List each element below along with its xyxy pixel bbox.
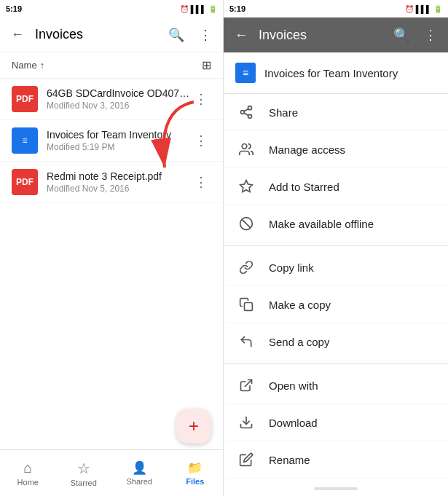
menu-item-add-to-starred[interactable]: Add to Starred xyxy=(224,168,448,205)
file-info-1: 64GB SDCardInvoice OD40733694235... Modi… xyxy=(47,87,191,111)
files-icon: 📁 xyxy=(187,460,203,476)
file-more-3[interactable]: ⋮ xyxy=(191,172,211,192)
menu-label-make-copy: Make a copy xyxy=(269,299,331,311)
left-status-time: 5:19 xyxy=(6,4,22,13)
right-status-bar: 5:19 ⏰ ▌▌▌ 🔋 xyxy=(224,0,448,17)
menu-label-open-with: Open with xyxy=(269,379,318,392)
nav-starred[interactable]: ☆ Starred xyxy=(56,454,112,493)
menu-label-download: Download xyxy=(269,417,318,429)
left-top-bar: ← Invoices 🔍 ⋮ xyxy=(0,17,223,52)
home-icon: ⌂ xyxy=(23,460,32,476)
context-menu-header: ≡ Invoices for Team Inventory xyxy=(224,52,448,94)
menu-divider-2 xyxy=(224,363,448,364)
nav-starred-label: Starred xyxy=(71,479,97,487)
open-with-icon xyxy=(238,377,254,393)
right-status-icons: ⏰ ▌▌▌ 🔋 xyxy=(405,5,442,13)
context-file-title: Invoices for Team Inventory xyxy=(264,67,398,79)
menu-item-manage-access[interactable]: Manage access xyxy=(224,131,448,168)
doc-icon-2: ≡ xyxy=(12,127,38,154)
svg-line-9 xyxy=(242,219,251,228)
left-panel: 5:19 ⏰ ▌▌▌ 🔋 ← Invoices 🔍 ⋮ Name ↑ ⊞ PDF… xyxy=(0,0,224,496)
right-panel: 5:19 ⏰ ▌▌▌ 🔋 ← Invoices 🔍 ⋮ ≡ Invoices f… xyxy=(224,0,448,496)
file-name-2: Invoices for Team Inventory xyxy=(47,129,191,141)
nav-shared[interactable]: 👤 Shared xyxy=(111,454,168,492)
menu-item-open-with[interactable]: Open with xyxy=(224,367,448,404)
nav-home-label: Home xyxy=(17,478,39,487)
menu-label-rename: Rename xyxy=(269,454,310,466)
svg-point-6 xyxy=(242,144,247,149)
file-info-2: Invoices for Team Inventory Modified 5:1… xyxy=(47,129,191,152)
pdf-icon-3: PDF xyxy=(12,169,38,195)
file-item-1[interactable]: PDF 64GB SDCardInvoice OD40733694235... … xyxy=(0,79,223,120)
svg-line-4 xyxy=(244,113,248,115)
context-file-icon: ≡ xyxy=(235,63,256,83)
svg-line-11 xyxy=(245,380,251,387)
file-list: PDF 64GB SDCardInvoice OD40733694235... … xyxy=(0,79,223,449)
send-icon xyxy=(238,334,254,350)
file-more-1[interactable]: ⋮ xyxy=(191,89,211,109)
file-meta-1: Modified Nov 3, 2016 xyxy=(47,101,191,111)
right-search-button[interactable]: 🔍 xyxy=(390,23,413,47)
battery-icon: 🔋 xyxy=(208,5,217,13)
right-signal-icon: ▌▌▌ xyxy=(416,5,431,13)
right-battery-icon: 🔋 xyxy=(433,5,442,13)
link-icon xyxy=(238,259,254,275)
file-more-2[interactable]: ⋮ xyxy=(191,130,211,151)
alarm-icon: ⏰ xyxy=(180,5,189,13)
manage-access-icon xyxy=(238,141,254,157)
right-more-button[interactable]: ⋮ xyxy=(419,23,442,47)
share-icon xyxy=(238,104,254,120)
menu-item-send-copy[interactable]: Send a copy xyxy=(224,323,448,361)
file-item-3[interactable]: PDF Redmi note 3 Receipt.pdf Modified No… xyxy=(0,162,223,203)
bottom-nav: ⌂ Home ☆ Starred 👤 Shared 📁 Files xyxy=(0,449,223,496)
grid-view-icon[interactable]: ⊞ xyxy=(202,58,211,72)
svg-marker-7 xyxy=(240,181,253,192)
more-button[interactable]: ⋮ xyxy=(194,23,217,47)
right-status-time: 5:19 xyxy=(229,4,245,13)
file-name-3: Redmi note 3 Receipt.pdf xyxy=(47,170,191,182)
right-title: Invoices xyxy=(259,28,384,43)
file-name-1: 64GB SDCardInvoice OD40733694235... xyxy=(47,87,191,99)
search-button[interactable]: 🔍 xyxy=(165,23,188,47)
menu-item-rename[interactable]: Rename xyxy=(224,441,448,479)
menu-item-share[interactable]: Share xyxy=(224,94,448,131)
svg-line-5 xyxy=(244,109,248,111)
sort-label[interactable]: Name ↑ xyxy=(12,60,44,71)
right-alarm-icon: ⏰ xyxy=(405,5,414,13)
menu-item-copy-link[interactable]: Copy link xyxy=(224,249,448,286)
file-item-2[interactable]: ≡ Invoices for Team Inventory Modified 5… xyxy=(0,120,223,162)
right-top-bar: ← Invoices 🔍 ⋮ xyxy=(224,17,448,52)
pdf-icon-1: PDF xyxy=(12,86,38,112)
menu-label-send-copy: Send a copy xyxy=(269,336,329,348)
left-title: Invoices xyxy=(35,27,159,42)
offline-icon xyxy=(238,216,254,232)
back-button[interactable]: ← xyxy=(6,23,29,47)
fab-button[interactable]: + xyxy=(176,409,211,444)
rename-icon xyxy=(238,452,254,468)
starred-icon: ☆ xyxy=(77,460,90,477)
file-info-3: Redmi note 3 Receipt.pdf Modified Nov 5,… xyxy=(47,170,191,194)
download-icon xyxy=(238,414,254,430)
shared-icon: 👤 xyxy=(132,460,147,476)
file-meta-3: Modified Nov 5, 2016 xyxy=(47,184,191,194)
menu-item-make-copy[interactable]: Make a copy xyxy=(224,286,448,323)
sort-row: Name ↑ ⊞ xyxy=(0,52,223,79)
nav-home[interactable]: ⌂ Home xyxy=(0,454,56,492)
svg-rect-10 xyxy=(245,303,253,311)
menu-label-copy-link: Copy link xyxy=(269,261,314,274)
nav-files[interactable]: 📁 Files xyxy=(168,454,224,492)
menu-label-manage-access: Manage access xyxy=(269,143,345,156)
file-meta-2: Modified 5:19 PM xyxy=(47,142,191,152)
left-status-bar: 5:19 ⏰ ▌▌▌ 🔋 xyxy=(0,0,223,17)
menu-item-add-shortcut[interactable]: Add shortcut to Drive xyxy=(224,479,448,481)
context-menu-list: Share Manage access Add to Starred xyxy=(224,94,448,481)
menu-item-download[interactable]: Download xyxy=(224,404,448,441)
copy-icon xyxy=(238,296,254,312)
menu-item-offline[interactable]: Make available offline xyxy=(224,205,448,243)
nav-files-label: Files xyxy=(186,477,204,486)
menu-label-add-to-starred: Add to Starred xyxy=(269,181,339,193)
left-status-icons: ⏰ ▌▌▌ 🔋 xyxy=(180,5,217,13)
right-back-button[interactable]: ← xyxy=(229,23,253,47)
star-icon xyxy=(238,178,254,194)
menu-label-share: Share xyxy=(269,106,298,119)
